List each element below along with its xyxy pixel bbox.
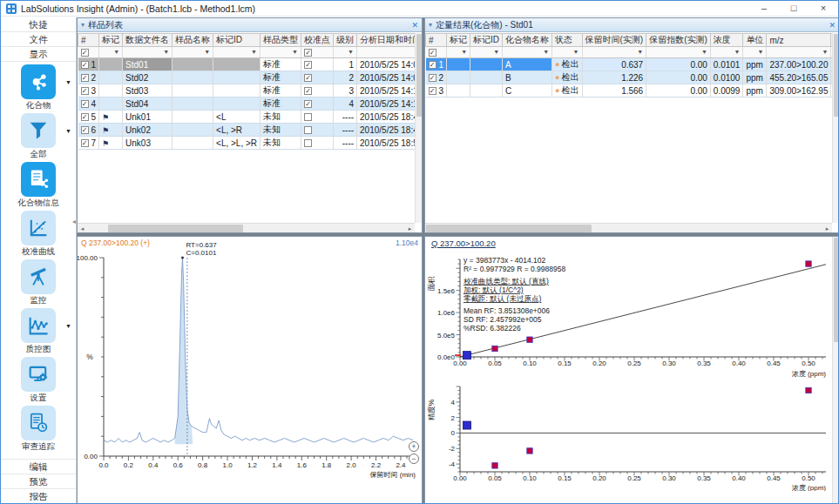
column-header-2[interactable]: 标记ID: [470, 34, 503, 47]
calibration-checkbox[interactable]: [304, 113, 312, 121]
filter-icon[interactable]: ▼: [637, 47, 643, 57]
cell-name[interactable]: [173, 124, 213, 137]
filter-cell[interactable]: ▼: [357, 47, 422, 58]
sidebar-item-质控图[interactable]: 质控图▼: [1, 308, 76, 356]
cell-mark_id[interactable]: [470, 58, 503, 71]
row-checkbox[interactable]: [81, 87, 89, 95]
sidebar-tab-报告[interactable]: 报告: [1, 488, 76, 503]
cell-num[interactable]: 1: [426, 58, 447, 71]
calibration-chart[interactable]: 0.0e05.0e51.0e61.5e6面积0.000.050.100.150.…: [425, 249, 832, 491]
calibration-checkbox[interactable]: [304, 61, 312, 69]
cell-datetime[interactable]: 2010/5/25 14:10:40: [357, 84, 422, 97]
cell-unit[interactable]: ppm: [743, 84, 767, 97]
cell-flag[interactable]: ⚑: [99, 111, 123, 124]
cell-mz[interactable]: 455.20>165.05: [767, 71, 831, 84]
column-header-4[interactable]: 状态: [552, 34, 582, 47]
column-header-8[interactable]: 单位: [743, 34, 767, 47]
collapse-icon[interactable]: ▾: [429, 21, 432, 29]
sidebar-item-监控[interactable]: 监控: [1, 259, 76, 307]
column-header-6[interactable]: 校准点: [301, 34, 334, 47]
filter-cell[interactable]: ▼: [173, 47, 213, 58]
filter-cell[interactable]: ▼: [123, 47, 173, 58]
calibration-checkbox[interactable]: [304, 126, 312, 134]
cell-conc[interactable]: 0.0101: [710, 58, 743, 71]
cell-mark_id[interactable]: [213, 71, 260, 84]
cell-datetime[interactable]: 2010/5/25 18:53:21: [357, 137, 422, 150]
table-row[interactable]: 5⚑Unk01<L未知----2010/5/25 18:45:5951: [78, 111, 423, 124]
filter-cell[interactable]: ▼: [470, 47, 503, 58]
cell-mark_id[interactable]: [470, 71, 503, 84]
sidebar-tab-文件[interactable]: 文件: [1, 32, 76, 47]
cell-num[interactable]: 2: [426, 71, 447, 84]
cell-compound[interactable]: A: [503, 58, 552, 71]
close-button[interactable]: ×: [809, 1, 838, 16]
cell-status[interactable]: ●检出: [552, 84, 582, 97]
row-checkbox[interactable]: [81, 126, 89, 134]
row-selector[interactable]: 7: [81, 138, 97, 148]
filter-icon[interactable]: ▼: [251, 47, 257, 57]
cell-flag[interactable]: [99, 97, 123, 111]
column-header-3[interactable]: 样品名称: [173, 34, 213, 47]
filter-icon[interactable]: ▼: [822, 47, 829, 57]
cell-ri[interactable]: 0.00: [646, 71, 711, 84]
collapse-icon[interactable]: ▾: [81, 21, 85, 29]
cell-name[interactable]: [173, 58, 213, 71]
row-selector[interactable]: 1: [429, 60, 444, 70]
cell-unit[interactable]: ppm: [743, 71, 767, 84]
zoom-out-icon[interactable]: −: [409, 454, 419, 464]
sidebar-item-化合物[interactable]: 化合物▼: [1, 64, 76, 112]
filter-cell[interactable]: ▼: [447, 47, 470, 58]
cell-datetime[interactable]: 2010/5/25 14:07:00: [357, 71, 422, 84]
filter-cell[interactable]: ▼: [503, 47, 552, 58]
filter-cell[interactable]: ▼: [743, 47, 767, 58]
zoom-in-icon[interactable]: +: [409, 442, 419, 452]
calibration-checkbox[interactable]: [304, 139, 312, 147]
sidebar-tab-快捷[interactable]: 快捷: [1, 17, 76, 32]
row-checkbox[interactable]: [429, 87, 436, 95]
row-selector[interactable]: 2: [429, 73, 444, 83]
cell-num[interactable]: 5: [78, 111, 99, 124]
cell-cal[interactable]: [301, 111, 334, 124]
cell-type[interactable]: 标准: [260, 58, 301, 71]
cell-file[interactable]: Std03: [123, 84, 173, 97]
cell-flag[interactable]: [99, 71, 123, 84]
column-header-7[interactable]: 浓度: [710, 34, 743, 47]
cell-file[interactable]: Unk03: [123, 137, 173, 150]
cell-num[interactable]: 4: [78, 97, 99, 111]
cell-level[interactable]: 3: [334, 84, 357, 97]
cell-file[interactable]: Std04: [123, 97, 173, 111]
cell-type[interactable]: 标准: [260, 71, 301, 84]
column-header-9[interactable]: m/z: [767, 34, 831, 47]
filter-icon[interactable]: ▼: [292, 47, 298, 57]
panel-close-icon[interactable]: ✕: [411, 21, 418, 30]
row-selector[interactable]: 3: [429, 86, 444, 96]
column-header-5[interactable]: 保留时间(实测): [582, 34, 646, 47]
cell-type[interactable]: 标准: [260, 84, 301, 97]
cell-name[interactable]: [173, 84, 213, 97]
filter-icon[interactable]: ▼: [758, 47, 764, 57]
cell-type[interactable]: 未知: [260, 137, 301, 150]
filter-cell[interactable]: [78, 47, 99, 58]
cell-rt[interactable]: 1.226: [582, 71, 646, 84]
row-checkbox[interactable]: [81, 74, 89, 82]
cell-ri[interactable]: 0.00: [646, 58, 711, 71]
filter-icon[interactable]: ▼: [734, 47, 741, 57]
chevron-down-icon[interactable]: ▼: [65, 128, 71, 134]
table-row[interactable]: 3Std03标准32010/5/25 14:10:4031: [78, 84, 423, 97]
row-selector[interactable]: 3: [81, 86, 97, 96]
filter-icon[interactable]: ▼: [163, 47, 169, 57]
filter-cell[interactable]: ▼: [260, 47, 301, 58]
cell-flag[interactable]: ⚑: [99, 124, 123, 137]
sidebar-collapse-icon[interactable]: ◂: [72, 218, 76, 225]
filter-cell[interactable]: ▼: [334, 47, 357, 58]
cell-compound[interactable]: B: [503, 71, 552, 84]
maximize-button[interactable]: □: [779, 1, 809, 16]
cell-level[interactable]: 1: [334, 58, 357, 71]
scroll-left-icon[interactable]: ◂: [78, 224, 87, 232]
cell-cal[interactable]: [301, 71, 334, 84]
cell-conc[interactable]: 0.0100: [710, 71, 743, 84]
quant-results-vscrollbar[interactable]: [832, 33, 839, 223]
row-checkbox[interactable]: [429, 74, 436, 82]
filter-icon[interactable]: ▼: [113, 47, 119, 57]
cell-num[interactable]: 7: [78, 137, 99, 150]
